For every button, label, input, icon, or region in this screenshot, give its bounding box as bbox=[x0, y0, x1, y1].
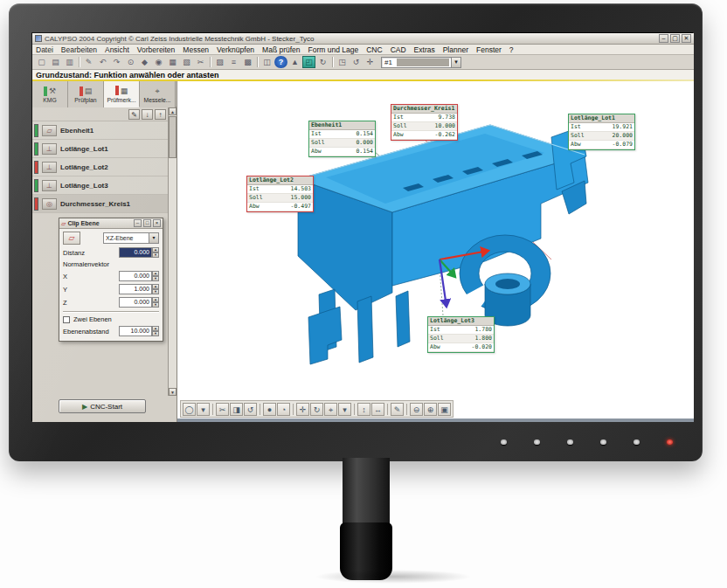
distance-stepper[interactable]: ▲▼ bbox=[152, 247, 159, 258]
menu-mass-pruefen[interactable]: Maß prüfen bbox=[262, 45, 300, 54]
menu-vorbereiten[interactable]: Vorbereiten bbox=[137, 45, 175, 54]
menu-help[interactable]: ? bbox=[509, 45, 514, 54]
probe-position-icon[interactable]: ⌖ bbox=[324, 403, 337, 416]
circle-mode-icon[interactable]: ◯ bbox=[183, 403, 196, 416]
menu-fenster[interactable]: Fenster bbox=[476, 45, 502, 54]
move-down-icon[interactable]: ↓ bbox=[142, 109, 153, 120]
tab-kmg[interactable]: ⚒ KMG bbox=[32, 81, 68, 107]
clip-plane-icon[interactable]: ✂ bbox=[216, 403, 229, 416]
cad-viewport[interactable]: Ebenheit1 Ist0.154 Soll0.000 Abw0.154 Du… bbox=[177, 81, 694, 422]
x-field[interactable]: 0.000 bbox=[119, 271, 152, 281]
scroll-up-icon[interactable]: ▲ bbox=[169, 107, 177, 115]
pan-icon[interactable]: ✛ bbox=[296, 403, 309, 416]
chevron-down-icon[interactable]: ▾ bbox=[149, 233, 158, 243]
window-icon[interactable]: ◫ bbox=[260, 56, 273, 68]
run-selector-combobox[interactable]: #1 ▾ bbox=[381, 57, 461, 68]
menu-form-und-lage[interactable]: Form und Lage bbox=[308, 45, 359, 54]
rotate-icon[interactable]: ↺ bbox=[350, 56, 363, 68]
zoom-fit-icon[interactable]: ▣ bbox=[438, 403, 451, 416]
distance-field[interactable]: 0.000 bbox=[119, 247, 152, 258]
dialog-minimize-button[interactable]: – bbox=[134, 219, 142, 227]
zoom-out-icon[interactable]: ⊖ bbox=[410, 403, 423, 416]
pen-tool-icon[interactable]: ✎ bbox=[391, 403, 404, 416]
clip-section-icon[interactable]: ◨ bbox=[230, 403, 243, 416]
tab-messelemente[interactable]: ⌖ Messele... bbox=[140, 81, 176, 107]
scroll-down-icon[interactable]: ▼ bbox=[169, 388, 177, 396]
menu-cnc[interactable]: CNC bbox=[366, 45, 382, 54]
close-button[interactable]: ✕ bbox=[682, 34, 691, 43]
z-field[interactable]: 0.000 bbox=[119, 297, 152, 308]
chevron-down-icon[interactable]: ▾ bbox=[197, 403, 210, 416]
menu-datei[interactable]: Datei bbox=[36, 45, 53, 54]
list-item-lotlaenge-lot2[interactable]: ⊥ Lotlänge_Lot2 bbox=[32, 158, 169, 176]
save-icon[interactable]: ▥ bbox=[63, 56, 76, 68]
measure-icon[interactable]: ◆ bbox=[138, 56, 151, 68]
redo-icon[interactable]: ↷ bbox=[110, 56, 123, 68]
menu-verknuepfen[interactable]: Verknüpfen bbox=[217, 45, 254, 54]
annotation-ebenheit1[interactable]: Ebenheit1 Ist0.154 Soll0.000 Abw0.154 bbox=[308, 121, 376, 157]
list-item-lotlaenge-lot3[interactable]: ⊥ Lotlänge_Lot3 bbox=[32, 176, 169, 195]
settings-icon[interactable]: ✛ bbox=[364, 56, 377, 68]
help-icon[interactable]: ? bbox=[274, 56, 287, 68]
x-stepper[interactable]: ▲▼ bbox=[152, 271, 159, 281]
simulation-icon[interactable]: ↻ bbox=[316, 56, 329, 68]
menu-bearbeiten[interactable]: Bearbeiten bbox=[61, 45, 97, 54]
move-horizontal-icon[interactable]: ↔ bbox=[371, 403, 384, 416]
tab-pruefplan[interactable]: ▤ Prüfplan bbox=[68, 81, 104, 107]
menu-planner[interactable]: Planner bbox=[443, 45, 468, 54]
rotate-3d-icon[interactable]: ↺ bbox=[244, 403, 257, 416]
new-icon[interactable]: ▢ bbox=[35, 56, 48, 68]
spacing-stepper[interactable]: ▲▼ bbox=[152, 326, 159, 336]
plane-spacing-field[interactable]: 10.000 bbox=[119, 326, 152, 336]
annotation-lotlaenge-lot2[interactable]: Lotlänge_Lot2 Ist14.503 Soll15.000 Abw-0… bbox=[246, 176, 314, 212]
move-up-icon[interactable]: ↑ bbox=[155, 109, 166, 120]
print-icon[interactable]: ▨ bbox=[213, 56, 226, 68]
characteristics-icon[interactable]: ▧ bbox=[180, 56, 193, 68]
list-item-ebenheit1[interactable]: ▱ Ebenheit1 bbox=[32, 121, 169, 140]
shaded-mode-icon[interactable]: ● bbox=[263, 403, 276, 416]
chevron-down-icon[interactable]: ▾ bbox=[338, 403, 351, 416]
list-item-durchmesser-kreis1[interactable]: ◎ Durchmesser_Kreis1 bbox=[32, 195, 169, 213]
minimize-button[interactable]: – bbox=[659, 34, 668, 43]
edit-icon[interactable]: ✎ bbox=[128, 109, 140, 120]
globe-mode-icon[interactable]: ◔ bbox=[277, 403, 290, 416]
annotation-lotlaenge-lot1[interactable]: Lotlänge_Lot1 Ist19.921 Soll20.000 Abw-0… bbox=[568, 114, 635, 150]
tab-pruefmerkmale[interactable]: ▦ Prüfmerk... bbox=[104, 81, 140, 107]
cad-icon[interactable]: ◰ bbox=[302, 56, 315, 68]
report-icon[interactable]: ≡ bbox=[227, 56, 240, 68]
scrollbar-thumb[interactable] bbox=[169, 116, 177, 158]
y-stepper[interactable]: ▲▼ bbox=[152, 284, 159, 294]
stylus-change-icon[interactable]: ✎ bbox=[82, 56, 95, 68]
cnc-start-button[interactable]: ▶ CNC-Start bbox=[59, 399, 146, 413]
probe-icon[interactable]: ⊙ bbox=[124, 56, 137, 68]
maximize-button[interactable]: ▢ bbox=[670, 34, 680, 43]
chevron-down-icon[interactable]: ▾ bbox=[451, 58, 460, 67]
annotation-lotlaenge-lot3[interactable]: Lotlänge_Lot3 Ist1.780 Soll1.800 Abw-0.0… bbox=[427, 316, 495, 353]
annotation-durchmesser-kreis1[interactable]: Durchmesser_Kreis1 Ist9.738 Soll10.000 A… bbox=[391, 104, 458, 141]
list-item-lotlaenge-lot1[interactable]: ⊥ Lotlänge_Lot1 bbox=[32, 140, 169, 158]
dialog-close-button[interactable]: × bbox=[153, 219, 161, 227]
menu-cad[interactable]: CAD bbox=[391, 45, 406, 54]
open-icon[interactable]: ▤ bbox=[49, 56, 62, 68]
sidebar-scrollbar[interactable]: ▲ ▼ bbox=[168, 107, 177, 396]
delete-icon[interactable]: ✂ bbox=[194, 56, 207, 68]
two-planes-checkbox[interactable] bbox=[63, 316, 70, 323]
y-field[interactable]: 1.000 bbox=[119, 284, 152, 294]
menu-messen[interactable]: Messen bbox=[183, 45, 209, 54]
undo-icon[interactable]: ↶ bbox=[96, 56, 109, 68]
features-icon[interactable]: ▦ bbox=[166, 56, 179, 68]
menu-ansicht[interactable]: Ansicht bbox=[105, 45, 129, 54]
orbit-icon[interactable]: ↻ bbox=[310, 403, 323, 416]
search-icon[interactable]: ◉ bbox=[152, 56, 165, 68]
dialog-titlebar[interactable]: ▱ Clip Ebene – □ × bbox=[59, 218, 163, 229]
zoom-in-icon[interactable]: ⊕ bbox=[424, 403, 437, 416]
z-stepper[interactable]: ▲▼ bbox=[152, 297, 159, 308]
clip-plane-toggle-button[interactable]: ▱ bbox=[63, 232, 80, 245]
view-reset-icon[interactable]: ◳ bbox=[336, 56, 349, 68]
plane-select[interactable]: XZ-Ebene ▾ bbox=[103, 232, 159, 244]
run-icon[interactable]: ▲ bbox=[288, 56, 301, 68]
menu-extras[interactable]: Extras bbox=[414, 45, 435, 54]
table-icon[interactable]: ▩ bbox=[241, 56, 254, 68]
dialog-maximize-button[interactable]: □ bbox=[143, 219, 151, 227]
move-vertical-icon[interactable]: ↕ bbox=[357, 403, 370, 416]
